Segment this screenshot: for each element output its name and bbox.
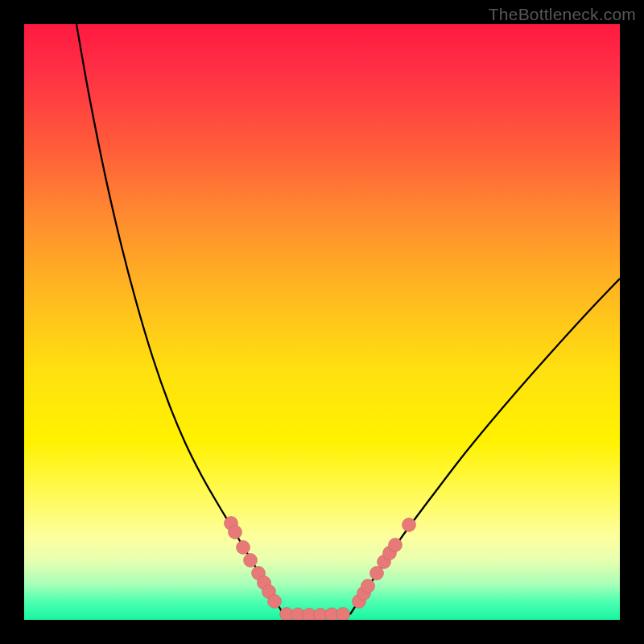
data-dot: [268, 595, 282, 609]
data-dot: [389, 539, 402, 552]
data-dot: [244, 554, 258, 568]
data-dots: [225, 517, 416, 621]
watermark-text: TheBottleneck.com: [489, 5, 636, 24]
data-dot: [237, 541, 250, 555]
chart-svg: [24, 24, 620, 620]
data-dot: [361, 580, 375, 593]
curve-left: [76, 24, 283, 614]
gradient-plot-area: [24, 24, 620, 620]
data-dot: [336, 608, 350, 621]
data-dot: [402, 518, 416, 532]
data-dot: [229, 526, 242, 539]
